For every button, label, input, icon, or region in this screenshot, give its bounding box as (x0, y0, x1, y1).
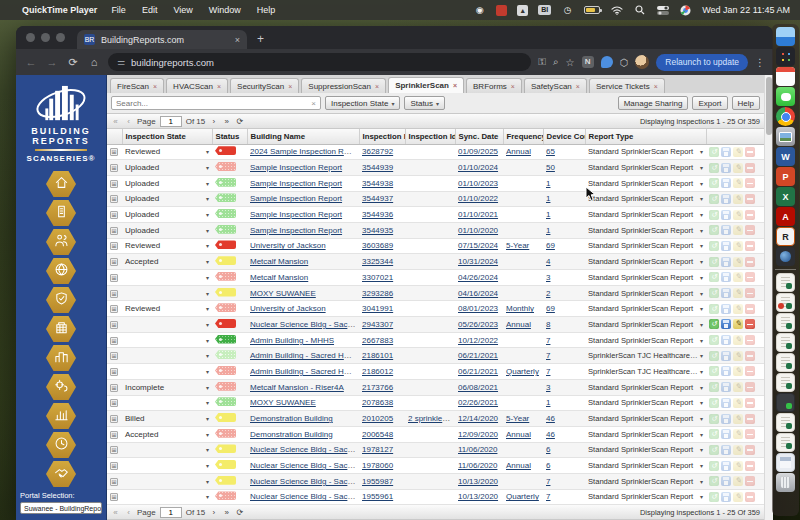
menu-item[interactable]: View (173, 5, 192, 15)
edit-action-icon[interactable] (733, 414, 743, 424)
control-center-icon[interactable] (656, 5, 669, 16)
delete-action-icon[interactable] (745, 272, 755, 282)
col-inspection-identifier[interactable]: Inspection Identifi... (405, 129, 455, 144)
device-count-link[interactable]: 7 (546, 351, 550, 360)
chevron-down-icon[interactable]: ▾ (700, 164, 703, 171)
sync-date-link[interactable]: 06/08/2021 (458, 383, 498, 392)
device-count-link[interactable]: 69 (546, 304, 555, 313)
row-expander-cell[interactable]: ⊞ (107, 317, 122, 333)
building-name-link[interactable]: University of Jackson (250, 304, 326, 313)
building-name-link[interactable]: Nuclear Science Bldg - Sacred Heart Hosp… (250, 492, 359, 501)
status-tag[interactable] (215, 272, 236, 281)
home-icon[interactable]: ⌂ (87, 56, 101, 68)
chevron-down-icon[interactable]: ▾ (700, 242, 703, 249)
chevron-down-icon[interactable]: ▾ (206, 493, 209, 500)
box-drive-icon[interactable]: ▲ (517, 5, 528, 16)
frequency-link[interactable]: Annual (506, 320, 531, 329)
table-row[interactable]: ⊞ ▾ Nuclear Science Bldg - Sacred Heart … (107, 489, 764, 505)
extensions-puzzle-icon[interactable]: ⬡ (620, 57, 629, 68)
chevron-down-icon[interactable]: ▾ (700, 384, 703, 391)
chevron-down-icon[interactable]: ▾ (206, 431, 209, 438)
dock-app-icon[interactable] (776, 273, 795, 292)
page-input[interactable] (160, 116, 182, 127)
expand-icon[interactable]: ⊞ (110, 431, 118, 439)
status-cell[interactable] (212, 458, 247, 474)
next-page-icon[interactable]: › (209, 117, 218, 126)
delete-action-icon[interactable] (745, 178, 755, 188)
delete-action-icon[interactable] (745, 163, 755, 173)
sync-date-link[interactable]: 02/26/2021 (458, 398, 498, 407)
delete-action-icon[interactable] (745, 351, 755, 361)
device-count-link[interactable]: 3 (546, 273, 550, 282)
last-page-icon[interactable]: » (222, 508, 231, 517)
device-count-link[interactable]: 4 (546, 257, 550, 266)
building-name-link[interactable]: MOXY SUWANEE (250, 398, 316, 407)
expand-icon[interactable]: ⊞ (110, 258, 118, 266)
refresh-icon[interactable]: ⟳ (235, 117, 244, 126)
extension-cloud-icon[interactable] (601, 56, 613, 68)
profile-avatar[interactable] (635, 55, 649, 69)
sidebar-nav-icon[interactable] (46, 432, 76, 458)
sync-date-link[interactable]: 10/31/2024 (458, 257, 498, 266)
save-action-icon[interactable] (721, 304, 731, 314)
delete-action-icon[interactable] (745, 445, 755, 455)
edit-action-icon[interactable] (733, 210, 743, 220)
status-cell[interactable] (212, 191, 247, 207)
frequency-link[interactable]: Annual (506, 430, 531, 439)
new-tab-button[interactable]: + (257, 32, 264, 46)
password-key-icon[interactable]: ⚿ (538, 56, 546, 68)
sidebar-nav-icon[interactable] (46, 403, 76, 429)
screen-record-icon[interactable]: ◉ (473, 5, 486, 16)
edit-action-icon[interactable] (733, 319, 743, 329)
refresh-icon[interactable]: ⟳ (235, 508, 244, 517)
upload-action-icon[interactable] (709, 178, 719, 188)
save-action-icon[interactable] (721, 445, 731, 455)
expand-icon[interactable]: ⊞ (110, 399, 118, 407)
sync-date-link[interactable]: 01/10/2020 (458, 226, 498, 235)
scan-tab[interactable]: SecurityScan × (230, 78, 299, 93)
building-name-link[interactable]: Sample Inspection Report (250, 210, 342, 219)
user-status-icon[interactable]: ◷ (561, 5, 574, 16)
status-tag[interactable] (215, 256, 236, 265)
save-action-icon[interactable] (721, 194, 731, 204)
extension-n-icon[interactable]: N (582, 56, 594, 68)
col-inspection-id[interactable]: Inspection ID ▾ (359, 129, 405, 144)
clear-search-icon[interactable]: × (311, 99, 316, 108)
row-expander-cell[interactable]: ⊞ (107, 270, 122, 286)
expand-icon[interactable]: ⊞ (110, 180, 118, 188)
chevron-down-icon[interactable]: ▾ (700, 431, 703, 438)
row-expander-cell[interactable]: ⊞ (107, 207, 122, 223)
dock-app-icon[interactable] (776, 333, 795, 352)
browser-menu-icon[interactable]: ⋮ (755, 57, 765, 68)
battery-icon[interactable] (584, 6, 600, 14)
sidebar-nav-icon[interactable] (46, 171, 76, 197)
status-tag[interactable] (215, 413, 236, 422)
device-count-link[interactable]: 65 (546, 147, 555, 156)
col-sync-date[interactable]: Sync. Date (455, 129, 503, 144)
chevron-down-icon[interactable]: ▾ (700, 493, 703, 500)
chevron-down-icon[interactable]: ▾ (206, 368, 209, 375)
inspection-id-link[interactable]: 3325344 (362, 257, 393, 266)
edit-action-icon[interactable] (733, 445, 743, 455)
device-count-link[interactable]: 8 (546, 320, 550, 329)
status-cell[interactable] (212, 317, 247, 333)
delete-action-icon[interactable] (745, 476, 755, 486)
sync-date-link[interactable]: 12/14/2020 (458, 414, 498, 423)
sync-date-link[interactable]: 01/10/2024 (458, 163, 498, 172)
chevron-down-icon[interactable]: ▾ (206, 274, 209, 281)
chevron-down-icon[interactable]: ▾ (206, 227, 209, 234)
building-name-link[interactable]: Admin Building - Sacred Heart (250, 351, 358, 360)
building-name-link[interactable]: Nuclear Science Bldg - Sacred Heart Hosp… (250, 445, 359, 454)
sync-date-link[interactable]: 10/13/2020 (458, 477, 498, 486)
finder-icon[interactable] (776, 27, 795, 46)
table-row[interactable]: ⊞ ▾ Admin Building - Sacred Heart 218610… (107, 348, 764, 364)
row-expander-cell[interactable]: ⊞ (107, 144, 122, 160)
inspection-id-link[interactable]: 3603689 (362, 241, 393, 250)
inspection-id-link[interactable]: 2173766 (362, 383, 393, 392)
device-count-link[interactable]: 46 (546, 414, 555, 423)
sidebar-nav-icon[interactable] (46, 258, 76, 284)
status-cell[interactable] (212, 379, 247, 395)
search-input[interactable] (116, 99, 311, 108)
edit-action-icon[interactable] (733, 163, 743, 173)
calendar-icon[interactable] (776, 67, 795, 86)
